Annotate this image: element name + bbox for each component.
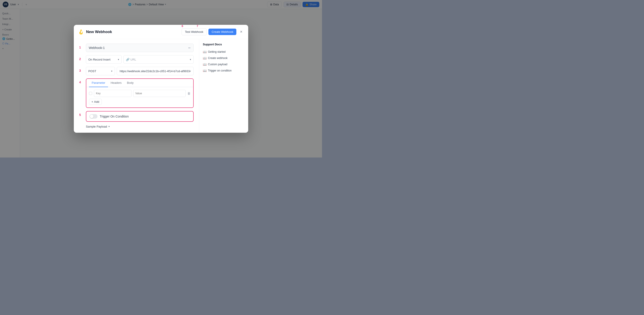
modal-header: 🪝 New Webhook 6 7 Test Webhook Create We…	[74, 25, 248, 39]
param-value-input[interactable]	[133, 90, 186, 97]
trigger-chevron-icon: ▾	[118, 58, 119, 61]
add-icon: +	[92, 100, 93, 103]
link-icon: 🔗	[126, 58, 130, 61]
step5-number: 5	[79, 111, 83, 117]
param-row: 🗑	[89, 90, 190, 97]
support-link-create-webhook[interactable]: 📖 Create webhook	[203, 55, 245, 61]
support-link-trigger-condition[interactable]: 📖 Trigger on condition	[203, 67, 245, 74]
step3-number: 3	[79, 67, 83, 72]
support-link-label-4: Trigger on condition	[208, 69, 232, 72]
trigger-value: On Record Insert	[88, 58, 110, 61]
condition-box: Trigger On Condition	[86, 111, 194, 122]
method-value: POST	[88, 69, 96, 73]
webhook-name-field[interactable]: Webhook-1 ✏	[86, 43, 194, 52]
sample-payload-chevron[interactable]: ▾	[108, 125, 110, 128]
modal-body: 1 Webhook-1 ✏ 2 On Record Insert ▾	[74, 39, 248, 133]
condition-toggle[interactable]	[90, 114, 98, 119]
step6-label: 6	[182, 25, 183, 28]
tab-parameter[interactable]: Parameter	[89, 79, 108, 87]
test-webhook-button[interactable]: Test Webhook	[182, 28, 206, 35]
webhook-modal: 🪝 New Webhook 6 7 Test Webhook Create We…	[74, 25, 248, 133]
step1-number: 1	[79, 43, 83, 49]
step2-number: 2	[79, 55, 83, 61]
url-input-field[interactable]	[117, 67, 194, 75]
support-link-label-2: Create webhook	[208, 56, 228, 60]
webhook-name-value: Webhook-1	[89, 46, 105, 50]
modal-left-content: 1 Webhook-1 ✏ 2 On Record Insert ▾	[74, 39, 199, 133]
support-docs-title: Support Docs	[203, 43, 245, 46]
step3-row: 3 POST ▾	[79, 67, 194, 75]
book-icon-1: 📖	[203, 50, 206, 54]
toggle-thumb	[90, 115, 94, 118]
add-label: Add	[94, 100, 99, 103]
support-link-getting-started[interactable]: 📖 Getting started	[203, 49, 245, 55]
modal-overlay: 🪝 New Webhook 6 7 Test Webhook Create We…	[0, 0, 322, 157]
close-modal-button[interactable]: ×	[238, 29, 244, 35]
step1-row: 1 Webhook-1 ✏	[79, 43, 194, 52]
create-webhook-button[interactable]: Create Webhook	[208, 28, 236, 35]
param-checkbox[interactable]	[89, 92, 92, 95]
toggle-track	[90, 114, 98, 119]
webhook-icon: 🪝	[78, 29, 84, 35]
tabs-container: Parameter Headers Body 🗑	[86, 78, 194, 108]
step2-row: 2 On Record Insert ▾ 🔗 URL ▾	[79, 55, 194, 64]
step4-number: 4	[79, 78, 83, 84]
step2-controls: On Record Insert ▾ 🔗 URL ▾	[86, 55, 194, 64]
delete-param-icon[interactable]: 🗑	[188, 92, 190, 95]
trigger-select[interactable]: On Record Insert ▾	[86, 55, 122, 64]
method-select[interactable]: POST ▾	[86, 67, 115, 75]
step5-row: 5 Trigger On Condition	[79, 111, 194, 122]
step4-row: 4 Parameter Headers Body �	[79, 78, 194, 108]
tabs-body: 🗑 + Add	[86, 87, 193, 107]
condition-label: Trigger On Condition	[100, 115, 128, 118]
sample-payload-label: Sample Payload	[86, 125, 107, 128]
book-icon-2: 📖	[203, 56, 206, 60]
tabs-header: Parameter Headers Body	[86, 79, 193, 87]
modal-title: New Webhook	[86, 30, 112, 34]
edit-name-icon[interactable]: ✏	[188, 46, 191, 50]
support-link-label-1: Getting started	[208, 50, 226, 53]
sample-payload-row: Sample Payload ▾	[79, 125, 194, 128]
modal-actions: 6 7 Test Webhook Create Webhook ×	[182, 28, 244, 35]
modal-title-area: 🪝 New Webhook	[78, 29, 112, 35]
url-chevron-icon: ▾	[190, 58, 191, 61]
modal-right-sidebar: Support Docs 📖 Getting started 📖 Create …	[199, 39, 248, 133]
step3-controls: POST ▾	[86, 67, 194, 75]
url-placeholder: URL	[130, 58, 190, 61]
support-link-custom-payload[interactable]: 📖 Custom payload	[203, 61, 245, 67]
add-param-button[interactable]: + Add	[89, 99, 102, 105]
tab-body[interactable]: Body	[124, 79, 136, 87]
book-icon-3: 📖	[203, 62, 206, 66]
tab-headers[interactable]: Headers	[108, 79, 124, 87]
book-icon-4: 📖	[203, 69, 206, 72]
support-link-label-3: Custom payload	[208, 63, 228, 66]
method-chevron-icon: ▾	[111, 70, 112, 73]
step7-label: 7	[196, 25, 198, 28]
url-select[interactable]: 🔗 URL ▾	[124, 55, 194, 64]
param-key-input[interactable]	[94, 90, 132, 97]
